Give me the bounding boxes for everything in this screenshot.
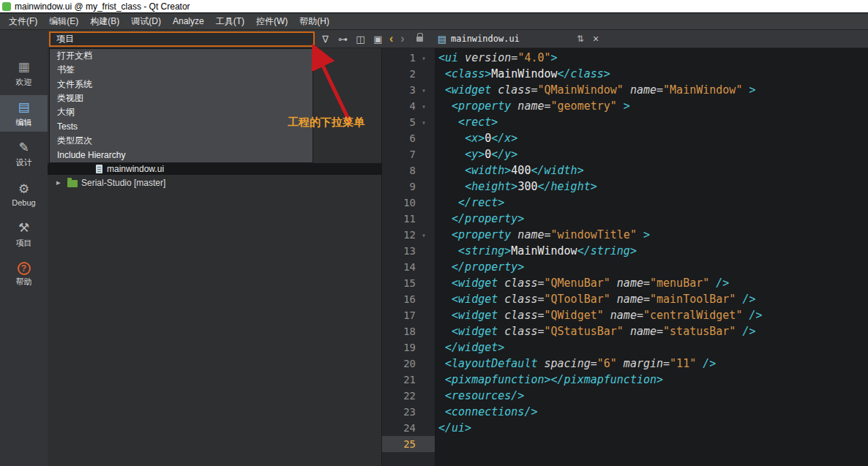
qt-creator-window: mainwindow.ui @ my_frist_class - Qt Crea…: [0, 0, 868, 466]
project-root-label: Serial-Studio [master]: [81, 178, 165, 188]
close-tab-icon[interactable]: ×: [593, 33, 599, 45]
fold-marker-icon[interactable]: ▾: [416, 54, 432, 62]
filter-icon[interactable]: ∇: [318, 32, 332, 46]
code-line-14[interactable]: </property>: [438, 259, 868, 275]
code-line-10[interactable]: </rect>: [438, 195, 868, 211]
code-line-21[interactable]: <pixmapfunction></pixmapfunction>: [438, 372, 868, 388]
line-number-text: 5: [382, 116, 416, 128]
line-number-11: 11: [382, 211, 435, 227]
line-number-text: 16: [382, 293, 416, 305]
menu-item-构建(B)[interactable]: 构建(B): [84, 13, 125, 30]
fold-marker-icon[interactable]: ▾: [416, 102, 432, 110]
code-line-7[interactable]: <y>0</y>: [438, 146, 868, 162]
code-token: </rect>: [458, 196, 504, 209]
code-line-20[interactable]: <layoutDefault spacing="6" margin="11" /…: [438, 356, 868, 372]
code-line-22[interactable]: <resources/>: [438, 388, 868, 404]
mode-编辑[interactable]: ▤编辑: [0, 95, 48, 132]
dropdown-item-类视图[interactable]: 类视图: [50, 91, 313, 105]
code-token: "menuBar": [650, 277, 709, 290]
code-token: "mainToolBar": [650, 293, 736, 306]
menu-item-文件(F)[interactable]: 文件(F): [3, 13, 43, 30]
navigation-combobox[interactable]: 项目: [49, 31, 315, 47]
expand-arrow-icon[interactable]: ▸: [56, 178, 64, 187]
line-number-8: 8: [382, 162, 435, 178]
code-line-8[interactable]: <width>400</width>: [438, 162, 868, 178]
menu-item-控件(W)[interactable]: 控件(W): [250, 13, 293, 30]
code-line-9[interactable]: <height>300</height>: [438, 178, 868, 195]
code-line-19[interactable]: </widget>: [438, 339, 868, 356]
mode-欢迎[interactable]: ▦欢迎: [0, 55, 48, 91]
menu-item-工具(T)[interactable]: 工具(T): [210, 13, 250, 30]
code-token: <layoutDefault: [445, 357, 537, 370]
mode-bar: ▦欢迎▤编辑✎设计⚙Debug⚒项目?帮助: [0, 30, 48, 466]
code-line-24[interactable]: </ui>: [438, 420, 868, 436]
code-line-12[interactable]: <property name="windowTitle" >: [438, 227, 868, 243]
document-list-dropdown-icon[interactable]: ⇅: [577, 34, 584, 44]
code-line-23[interactable]: <connections/>: [438, 404, 868, 420]
fold-marker-icon[interactable]: ▾: [416, 231, 432, 239]
code-token: [438, 309, 452, 322]
line-number-9: 9: [382, 178, 435, 195]
split-icon[interactable]: ◫: [353, 32, 367, 46]
help-icon: ?: [18, 262, 31, 275]
menu-item-调试(D)[interactable]: 调试(D): [125, 13, 167, 30]
code-token: "QWidget": [545, 309, 604, 322]
dropdown-item-大纲[interactable]: 大纲: [50, 105, 313, 119]
code-line-16[interactable]: <widget class="QToolBar" name="mainToolB…: [438, 291, 868, 307]
dropdown-item-Tests[interactable]: Tests: [50, 119, 313, 133]
line-number-22: 22: [382, 388, 435, 404]
line-number-7: 7: [382, 146, 435, 162]
code-line-25[interactable]: [438, 436, 868, 452]
tab-filename[interactable]: mainwindow.ui: [451, 34, 520, 44]
mode-项目[interactable]: ⚒项目: [0, 216, 48, 252]
fold-marker-icon[interactable]: ▾: [416, 86, 432, 94]
edit-document-icon: ▤: [15, 99, 33, 116]
mode-Debug[interactable]: ⚙Debug: [0, 176, 48, 212]
forward-icon[interactable]: ›: [400, 32, 404, 45]
menu-item-编辑(E)[interactable]: 编辑(E): [43, 13, 84, 30]
mode-设计[interactable]: ✎设计: [0, 135, 48, 172]
code-line-1[interactable]: <ui version="4.0">: [438, 50, 868, 66]
line-number-text: 12: [382, 229, 416, 241]
code-line-18[interactable]: <widget class="QStatusBar" name="statusB…: [438, 323, 868, 339]
code-line-5[interactable]: <rect>: [438, 114, 868, 130]
code-token: 0: [484, 132, 491, 145]
code-token: "11": [670, 357, 696, 370]
code-token: margin=: [617, 357, 670, 370]
line-number-text: 1: [382, 52, 416, 64]
dropdown-item-Include Hierarchy[interactable]: Include Hierarchy: [50, 148, 313, 162]
code-line-11[interactable]: </property>: [438, 211, 868, 227]
line-number-text: 14: [382, 261, 416, 273]
dropdown-item-文件系统[interactable]: 文件系统: [50, 78, 313, 91]
code-line-2[interactable]: <class>MainWindow</class>: [438, 66, 868, 82]
dropdown-item-类型层次[interactable]: 类型层次: [50, 134, 313, 148]
code-token: <y>: [465, 148, 484, 161]
menu-item-帮助(H)[interactable]: 帮助(H): [293, 13, 335, 30]
code-line-3[interactable]: <widget class="QMainWindow" name="MainWi…: [438, 82, 868, 98]
dropdown-item-书签[interactable]: 书签: [50, 63, 313, 77]
line-number-10: 10: [382, 195, 435, 211]
code-token: <widget: [452, 325, 498, 338]
code-token: "QMenuBar": [545, 277, 610, 290]
code-token: class=: [498, 293, 544, 306]
mode-帮助[interactable]: ?帮助: [0, 256, 48, 293]
code-token: "statusBar": [663, 325, 736, 338]
code-token: >: [617, 99, 630, 113]
code-line-6[interactable]: <x>0</x>: [438, 130, 868, 146]
open-document-row[interactable]: mainwindow.ui: [48, 163, 382, 175]
fold-marker-icon[interactable]: ▾: [416, 119, 432, 127]
code-line-15[interactable]: <widget class="QMenuBar" name="menuBar" …: [438, 275, 868, 291]
line-number-text: 22: [382, 390, 416, 402]
line-number-19: 19: [382, 339, 435, 356]
code-line-13[interactable]: <string>MainWindow</string>: [438, 243, 868, 259]
code-line-17[interactable]: <widget class="QWidget" name="centralWid…: [438, 307, 868, 323]
back-icon[interactable]: ‹: [389, 32, 393, 45]
project-tree-root[interactable]: ▸ Serial-Studio [master]: [48, 176, 382, 189]
editor-code[interactable]: <ui version="4.0"> <class>MainWindow</cl…: [435, 48, 868, 466]
dropdown-item-打开文档[interactable]: 打开文档: [50, 49, 313, 63]
code-line-4[interactable]: <property name="geometry" >: [438, 98, 868, 114]
link-icon[interactable]: ⊶: [336, 32, 350, 46]
code-token: />: [736, 293, 755, 306]
mode-label: 帮助: [16, 277, 32, 288]
menu-item-Analyze[interactable]: Analyze: [167, 14, 210, 29]
